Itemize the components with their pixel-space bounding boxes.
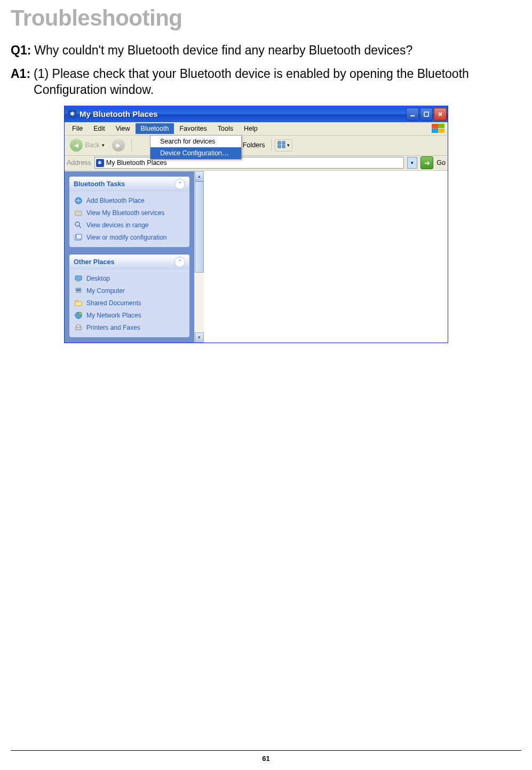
content-area: Bluetooth Tasks ˆ Add Bluetooth Place [65, 171, 448, 343]
panel-header[interactable]: Other Places ˆ [69, 255, 189, 269]
view-dropdown-icon: ▾ [287, 142, 290, 148]
svg-rect-0 [410, 115, 415, 116]
task-label: Shared Documents [86, 299, 141, 307]
view-tiles-icon [277, 141, 286, 150]
svg-rect-1 [424, 112, 428, 116]
footer-divider [11, 750, 521, 751]
svg-rect-22 [75, 300, 78, 302]
menu-item-search-devices[interactable]: Search for devices [150, 136, 241, 147]
task-label: Add Bluetooth Place [86, 197, 145, 204]
answer-row: A1: (1) Please check that your Bluetooth… [11, 66, 521, 98]
task-label: Desktop [86, 275, 110, 282]
go-arrow-icon: ➔ [424, 159, 430, 167]
toolbar-separator [131, 139, 132, 152]
svg-point-12 [76, 210, 78, 212]
svg-rect-9 [282, 145, 285, 148]
go-button[interactable]: ➔ [420, 156, 433, 169]
screenshot: ✱ My Bluetooth Places File Edit View Blu… [64, 106, 521, 343]
task-add-bluetooth-place[interactable]: Add Bluetooth Place [74, 195, 185, 207]
titlebar[interactable]: ✱ My Bluetooth Places [65, 106, 448, 122]
services-icon [74, 209, 83, 218]
maximize-button[interactable] [420, 108, 433, 121]
panel-header[interactable]: Bluetooth Tasks ˆ [69, 177, 189, 192]
svg-rect-6 [278, 141, 281, 144]
menu-favorites[interactable]: Favorites [174, 123, 212, 134]
task-label: My Computer [86, 287, 125, 295]
svg-rect-20 [76, 289, 81, 291]
window-title: My Bluetooth Places [80, 109, 406, 118]
network-icon [74, 311, 83, 320]
printer-icon [74, 323, 83, 332]
addressbar: Address ✱ My Bluetooth Places ▾ ➔ Go [65, 156, 448, 171]
computer-icon [74, 287, 83, 296]
menu-edit[interactable]: Edit [88, 123, 110, 134]
scroll-track[interactable] [195, 181, 204, 332]
svg-rect-16 [76, 234, 82, 239]
place-shared-documents[interactable]: Shared Documents [74, 297, 185, 309]
close-button[interactable] [434, 108, 447, 121]
place-desktop[interactable]: Desktop [74, 273, 185, 285]
menubar: File Edit View Bluetooth Favorites Tools… [65, 122, 448, 136]
menu-file[interactable]: File [67, 123, 88, 134]
svg-rect-26 [77, 325, 80, 327]
config-icon [74, 233, 83, 242]
windows-flag-icon [432, 124, 446, 133]
minimize-button[interactable] [406, 108, 419, 121]
panel-title: Other Places [74, 258, 114, 266]
panel-title: Bluetooth Tasks [74, 180, 125, 188]
folder-icon [74, 299, 83, 308]
task-label: View or modify configuration [86, 234, 167, 241]
toolbar: ◄ Back ▾ ► Folders ▾ [65, 136, 448, 156]
scroll-down-button[interactable]: ▾ [195, 332, 204, 343]
back-label: Back [85, 141, 100, 149]
globe-icon [74, 196, 83, 205]
back-button[interactable]: ◄ Back ▾ [67, 137, 108, 153]
collapse-icon[interactable]: ˆ [174, 257, 185, 267]
sidebar-scrollbar[interactable]: ▴ ▾ [194, 171, 204, 343]
panel-bluetooth-tasks: Bluetooth Tasks ˆ Add Bluetooth Place [69, 177, 189, 247]
scroll-up-button[interactable]: ▴ [195, 171, 204, 181]
svg-rect-11 [75, 211, 82, 216]
menu-bluetooth[interactable]: Bluetooth [136, 123, 174, 134]
address-label: Address [67, 159, 91, 166]
menu-help[interactable]: Help [239, 123, 263, 134]
forward-arrow-icon: ► [112, 139, 125, 152]
panel-other-places: Other Places ˆ Desktop [69, 255, 189, 337]
place-printers-faxes[interactable]: Printers and Faxes [74, 322, 185, 334]
desktop-icon [74, 274, 83, 283]
page-heading: Troubleshooting [11, 5, 521, 31]
q1-text: Why couldn't my Bluetooth device find an… [34, 43, 412, 59]
svg-point-13 [75, 222, 80, 226]
address-input[interactable]: ✱ My Bluetooth Places [94, 157, 404, 169]
view-mode-button[interactable]: ▾ [275, 139, 292, 152]
q1-label: Q1: [11, 43, 31, 59]
svg-rect-8 [278, 145, 281, 148]
place-network-places[interactable]: My Network Places [74, 309, 185, 322]
task-label: Printers and Faxes [86, 324, 140, 331]
forward-button[interactable]: ► [109, 137, 128, 153]
folders-label: Folders [243, 141, 265, 149]
collapse-icon[interactable]: ˆ [174, 179, 185, 189]
svg-rect-18 [77, 281, 80, 282]
a1-label: A1: [11, 66, 30, 98]
task-view-configuration[interactable]: View or modify configuration [74, 232, 185, 244]
search-icon [74, 221, 83, 230]
task-view-services[interactable]: View My Bluetooth services [74, 207, 185, 219]
menu-view[interactable]: View [110, 123, 136, 134]
address-dropdown-button[interactable]: ▾ [407, 157, 417, 169]
task-view-devices[interactable]: View devices in range [74, 219, 185, 232]
address-path: My Bluetooth Places [106, 159, 167, 166]
place-my-computer[interactable]: My Computer [74, 285, 185, 297]
page-number: 61 [0, 755, 532, 763]
task-label: View My Bluetooth services [86, 209, 165, 217]
toolbar-separator [271, 139, 272, 152]
back-arrow-icon: ◄ [70, 139, 83, 152]
svg-rect-17 [75, 276, 82, 280]
scroll-thumb[interactable] [195, 181, 204, 273]
explorer-window: ✱ My Bluetooth Places File Edit View Blu… [64, 106, 448, 343]
go-label: Go [436, 159, 446, 166]
menu-item-device-configuration[interactable]: Device Configuration… [150, 147, 241, 159]
task-label: My Network Places [86, 312, 141, 319]
menu-tools[interactable]: Tools [212, 123, 239, 134]
address-bluetooth-icon: ✱ [96, 159, 104, 167]
